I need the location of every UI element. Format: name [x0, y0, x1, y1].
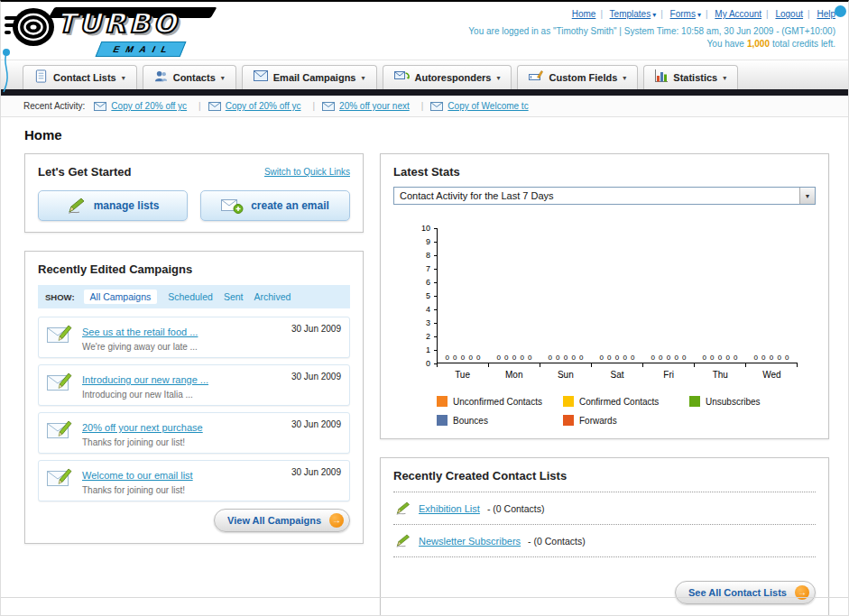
campaign-subject: Introducing our new Italia ... — [82, 390, 208, 400]
recent-activity-link[interactable]: Copy of 20% off yc — [111, 101, 187, 111]
recent-campaigns-panel: Recently Edited Campaigns SHOW: All Camp… — [24, 251, 364, 544]
y-axis-label: 7 — [426, 264, 430, 273]
top-link-item: Help — [817, 9, 835, 19]
contact-lists-icon — [34, 69, 48, 87]
view-all-campaigns-label: View All Campaigns — [227, 515, 321, 526]
header-right: Home| Templates▾| Forms▾| My Account| Lo… — [468, 5, 835, 60]
campaign-filter-tab[interactable]: Archived — [254, 291, 291, 302]
bar-value-labels: 0 0 0 0 0 — [540, 354, 592, 362]
recent-contact-lists-panel: Recently Created Contact Lists Exhibitio… — [380, 457, 829, 616]
campaign-title-link[interactable]: 20% off your next purchase — [82, 422, 203, 433]
bar-value-labels-row: 0 0 0 0 00 0 0 0 00 0 0 0 00 0 0 0 00 0 … — [438, 354, 798, 362]
link-separator: | — [766, 9, 769, 19]
legend-label: Bounces — [453, 416, 488, 426]
top-nav-link[interactable]: My Account — [715, 9, 761, 19]
y-axis-label: 8 — [426, 251, 430, 260]
manage-lists-button[interactable]: manage lists — [38, 190, 188, 221]
email-campaigns-icon — [254, 69, 268, 86]
nav-tab-label: Autoresponders — [415, 72, 492, 83]
envelope-plus-icon — [221, 198, 244, 214]
top-nav-link[interactable]: Help — [817, 9, 835, 19]
contact-lists: Exhibition List - (0 Contacts) Newslette… — [393, 492, 816, 557]
campaign-row[interactable]: See us at the retail food ... We're givi… — [38, 317, 350, 358]
legend-label: Confirmed Contacts — [579, 397, 659, 407]
main-content: Home Let's Get Started Switch to Quick L… — [1, 127, 848, 616]
y-axis-label: 6 — [426, 278, 430, 287]
envelope-icon — [322, 102, 335, 111]
legend-swatch — [437, 415, 448, 426]
legend-swatch — [563, 396, 574, 407]
top-link-item: Logout| — [775, 9, 814, 19]
custom-fields-icon — [529, 69, 543, 86]
legend-label: Unconfirmed Contacts — [453, 397, 542, 407]
nav-tab[interactable]: Statistics ▾ — [643, 65, 738, 89]
stats-period-select[interactable]: Contact Activity for the Last 7 Days ▼ — [393, 187, 816, 205]
turbo-email-logo[interactable]: TURBO EMAIL — [5, 5, 235, 58]
nav-tab[interactable]: Contacts ▾ — [143, 65, 236, 89]
recent-activity-link[interactable]: Copy of Welcome tc — [448, 101, 528, 111]
top-nav-link[interactable]: Logout — [775, 9, 803, 19]
x-axis-label: Tue — [437, 370, 488, 380]
top-nav-link[interactable]: Home — [572, 9, 596, 19]
nav-tab[interactable]: Email Campaigns ▾ — [242, 65, 377, 89]
campaign-subject: Thanks for joining our list! — [82, 437, 203, 447]
recent-contact-lists-title: Recently Created Contact Lists — [393, 469, 816, 483]
get-started-title: Let's Get Started — [38, 165, 132, 179]
campaign-subject: Thanks for joining our list! — [82, 485, 193, 495]
bar-value-labels: 0 0 0 0 0 — [592, 354, 643, 362]
autoresponders-icon — [394, 69, 410, 86]
main-nav: Contact Lists ▾ Contacts ▾ Email Campaig… — [1, 60, 848, 89]
legend-item: Bounces — [437, 415, 563, 426]
envelope-icon — [208, 102, 221, 111]
x-axis-tick — [643, 363, 695, 367]
campaign-title-link[interactable]: Welcome to our email list — [82, 470, 193, 481]
stats-period-value: Contact Activity for the Last 7 Days — [400, 190, 554, 201]
contact-list-link[interactable]: Newsletter Subscribers — [419, 536, 521, 547]
top-nav-link[interactable]: Forms — [670, 9, 696, 19]
bar-value-labels: 0 0 0 0 0 — [489, 354, 540, 362]
campaign-row[interactable]: 20% off your next purchase Thanks for jo… — [38, 412, 350, 454]
y-axis-label: 9 — [426, 237, 430, 246]
campaign-title-link[interactable]: Introducing our new range ... — [82, 374, 208, 385]
nav-tab[interactable]: Contact Lists ▾ — [23, 65, 137, 89]
top-link-item: Forms▾| — [670, 9, 713, 19]
dropdown-caret-icon: ▾ — [122, 74, 125, 82]
recent-activity-link[interactable]: Copy of 20% off yc — [226, 101, 301, 111]
campaign-title-link[interactable]: See us at the retail food ... — [82, 326, 198, 337]
bar-value-labels: 0 0 0 0 0 — [643, 354, 695, 362]
top-links-nav: Home| Templates▾| Forms▾| My Account| Lo… — [468, 9, 835, 19]
view-all-campaigns-button[interactable]: View All Campaigns → — [214, 509, 350, 532]
contact-list-item: Newsletter Subscribers - (0 Contacts) — [393, 525, 816, 557]
campaign-date: 30 Jun 2009 — [291, 324, 341, 334]
item-separator: | — [198, 101, 201, 111]
switch-quick-links-link[interactable]: Switch to Quick Links — [264, 167, 350, 177]
pencil-icon — [67, 197, 87, 215]
y-axis-label: 3 — [426, 318, 430, 327]
x-axis-label: Wed — [746, 370, 798, 380]
recent-activity-link[interactable]: 20% off your next — [339, 101, 410, 111]
logo-email-text: EMAIL — [96, 41, 187, 57]
campaign-filter-tab[interactable]: All Campaigns — [84, 290, 158, 304]
campaign-filter-tab[interactable]: Scheduled — [168, 291, 213, 302]
contact-list-item: Exhibition List - (0 Contacts) — [393, 492, 816, 525]
x-axis-label: Sun — [540, 370, 591, 380]
see-all-contact-lists-button[interactable]: See All Contact Lists → — [675, 581, 816, 604]
nav-tab[interactable]: Autoresponders ▾ — [383, 65, 512, 89]
envelope-icon — [94, 102, 106, 111]
show-label: SHOW: — [45, 292, 75, 302]
nav-tab[interactable]: Custom Fields ▾ — [517, 65, 638, 89]
top-nav-link[interactable]: Templates — [610, 9, 651, 19]
login-info: You are logged in as "Timothy Smith" | S… — [468, 26, 835, 36]
nav-tab-label: Email Campaigns — [273, 72, 356, 83]
campaign-row[interactable]: Welcome to our email list Thanks for joi… — [38, 460, 350, 501]
campaign-row[interactable]: Introducing our new range ... Introducin… — [38, 364, 350, 406]
x-axis-tick — [746, 363, 798, 367]
campaign-date: 30 Jun 2009 — [291, 372, 341, 382]
contact-list-link[interactable]: Exhibition List — [419, 503, 480, 514]
legend-item: Forwards — [563, 415, 689, 426]
nav-tab-label: Contacts — [173, 72, 216, 83]
campaign-filter-tab[interactable]: Sent — [224, 291, 244, 302]
chart-x-labels: TueMonSunSatFriThuWed — [437, 370, 798, 380]
create-email-button[interactable]: create an email — [200, 190, 350, 221]
top-link-item: Home| — [572, 9, 607, 19]
